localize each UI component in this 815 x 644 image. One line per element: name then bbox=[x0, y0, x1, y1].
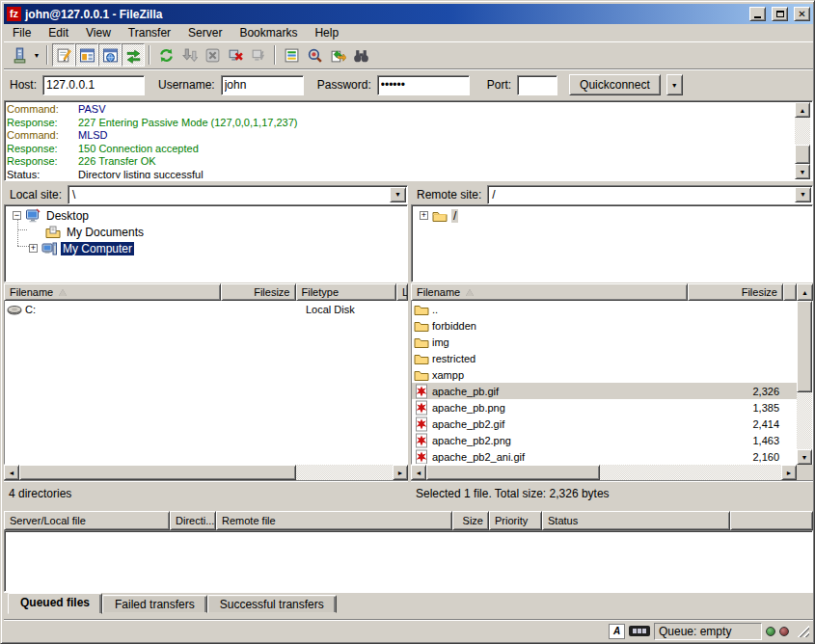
scroll-right-button[interactable]: ► bbox=[393, 465, 408, 480]
queue-column-size[interactable]: Size bbox=[452, 511, 489, 530]
local-site-dropdown[interactable]: ▼ bbox=[390, 187, 406, 202]
drive-icon bbox=[7, 302, 22, 317]
remote-file-row[interactable]: .. bbox=[412, 301, 812, 317]
scrollbar-thumb[interactable] bbox=[426, 465, 600, 480]
site-manager-icon bbox=[12, 47, 28, 64]
tab-queued-files[interactable]: Queued files bbox=[8, 593, 102, 614]
scroll-right-button[interactable]: ► bbox=[781, 465, 797, 480]
remote-column-filename[interactable]: Filename bbox=[411, 283, 688, 301]
collapse-icon[interactable]: − bbox=[13, 211, 21, 220]
scroll-left-button[interactable]: ◄ bbox=[411, 465, 426, 480]
scroll-down-button[interactable]: ▼ bbox=[797, 449, 812, 465]
tree-item-my-computer[interactable]: + My Computer bbox=[5, 240, 407, 256]
maximize-button[interactable] bbox=[772, 7, 788, 21]
remote-file-row[interactable]: xampp bbox=[412, 366, 812, 383]
scrollbar-thumb[interactable] bbox=[797, 301, 812, 392]
minimize-button[interactable] bbox=[749, 7, 766, 21]
remote-file-row[interactable]: apache_pb2.png1,463 bbox=[412, 432, 812, 448]
remote-horizontal-scrollbar[interactable]: ◄ ► bbox=[411, 465, 797, 480]
remote-file-row[interactable]: apache_pb2.gif2,414 bbox=[412, 416, 812, 432]
remote-file-row-selected[interactable]: apache_pb.gif2,326 bbox=[412, 383, 812, 399]
quickconnect-dropdown[interactable]: ▼ bbox=[666, 74, 683, 95]
title-bar: fz john@127.0.0.1 - FileZilla ✕ bbox=[4, 4, 813, 24]
remote-column-filesize[interactable]: Filesize bbox=[688, 283, 783, 301]
menu-transfer[interactable]: Transfer bbox=[120, 25, 179, 40]
image-file-icon bbox=[414, 400, 429, 416]
host-input[interactable] bbox=[42, 75, 145, 95]
scrollbar-thumb[interactable] bbox=[19, 465, 296, 480]
remote-file-row[interactable]: apache_pb2_ani.gif2,160 bbox=[412, 448, 812, 465]
queue-column-server-local-file[interactable]: Server/Local file bbox=[4, 511, 170, 530]
resize-grip-icon[interactable] bbox=[797, 625, 809, 637]
expand-icon[interactable]: + bbox=[420, 211, 428, 220]
process-queue-button[interactable] bbox=[177, 43, 201, 67]
local-column-last-modified[interactable]: L bbox=[396, 283, 408, 301]
menu-edit[interactable]: Edit bbox=[40, 25, 77, 40]
folder-icon bbox=[414, 318, 429, 334]
tree-item-my-documents[interactable]: My Documents bbox=[5, 224, 407, 240]
remote-file-row[interactable]: apache_pb.png1,385 bbox=[412, 399, 812, 416]
cancel-operation-button[interactable] bbox=[201, 43, 224, 67]
quickconnect-button[interactable]: Quickconnect bbox=[569, 74, 661, 95]
site-manager-dropdown[interactable]: ▼ bbox=[31, 44, 42, 66]
reconnect-button[interactable] bbox=[247, 43, 270, 67]
password-input[interactable] bbox=[377, 75, 470, 95]
close-icon: ✕ bbox=[798, 10, 805, 19]
queue-column-direction[interactable]: Directi... bbox=[170, 511, 216, 530]
host-label: Host: bbox=[10, 78, 37, 92]
remote-file-row[interactable]: forbidden bbox=[412, 317, 812, 334]
menu-bookmarks[interactable]: Bookmarks bbox=[231, 25, 306, 40]
expand-icon[interactable]: + bbox=[29, 244, 38, 253]
menu-view[interactable]: View bbox=[77, 25, 120, 40]
scrollbar-thumb[interactable] bbox=[795, 145, 810, 164]
message-log-lines: Command:PASV Response:227 Entering Passi… bbox=[7, 103, 794, 178]
toggle-message-log-button[interactable] bbox=[52, 43, 75, 67]
remote-status-text: Selected 1 file. Total size: 2,326 bytes bbox=[411, 480, 813, 505]
refresh-button[interactable] bbox=[154, 43, 177, 67]
tree-item-root[interactable]: + / bbox=[412, 207, 812, 224]
toggle-local-tree-button[interactable] bbox=[75, 43, 98, 67]
log-scrollbar[interactable]: ▲ ▼ bbox=[795, 102, 811, 179]
site-manager-button[interactable] bbox=[8, 43, 31, 67]
queue-body[interactable] bbox=[4, 530, 813, 592]
local-horizontal-scrollbar[interactable]: ◄ ► bbox=[4, 465, 408, 480]
queue-column-remote-file[interactable]: Remote file bbox=[216, 511, 452, 530]
scroll-left-button[interactable]: ◄ bbox=[4, 465, 19, 480]
disconnect-button[interactable] bbox=[224, 43, 247, 67]
log-line: Response:226 Transfer OK bbox=[7, 155, 794, 169]
menu-file[interactable]: File bbox=[4, 25, 40, 40]
close-button[interactable]: ✕ bbox=[794, 7, 810, 21]
username-input[interactable] bbox=[221, 75, 304, 95]
cancel-icon bbox=[204, 47, 221, 64]
tree-item-desktop[interactable]: − Desktop bbox=[5, 207, 407, 224]
scroll-up-button[interactable]: ▲ bbox=[795, 102, 810, 118]
tab-failed-transfers[interactable]: Failed transfers bbox=[102, 595, 207, 613]
local-column-filesize[interactable]: Filesize bbox=[221, 283, 296, 301]
log-line: Command:PASV bbox=[7, 103, 794, 117]
scroll-down-button[interactable]: ▼ bbox=[795, 164, 810, 179]
remote-vertical-scrollbar[interactable]: ▼ bbox=[797, 301, 813, 465]
directory-comparison-button[interactable] bbox=[303, 43, 326, 67]
queue-column-priority[interactable]: Priority bbox=[489, 511, 542, 530]
queue-column-status[interactable]: Status bbox=[542, 511, 730, 530]
local-column-filename[interactable]: Filename bbox=[4, 283, 221, 301]
desktop-icon bbox=[25, 208, 41, 224]
toggle-transfer-queue-button[interactable] bbox=[122, 43, 145, 67]
tab-successful-transfers[interactable]: Successful transfers bbox=[207, 595, 337, 613]
menu-server[interactable]: Server bbox=[179, 25, 231, 40]
remote-file-row[interactable]: img bbox=[412, 334, 812, 350]
local-site-combo[interactable]: \ ▼ bbox=[68, 185, 408, 204]
find-files-button[interactable] bbox=[349, 43, 372, 67]
synchronized-browsing-button[interactable] bbox=[326, 43, 349, 67]
remote-site-label: Remote site: bbox=[411, 188, 487, 201]
remote-file-row[interactable]: restricted bbox=[412, 350, 812, 366]
local-column-filetype[interactable]: Filetype bbox=[296, 283, 397, 301]
filter-button[interactable] bbox=[280, 43, 303, 67]
remote-site-dropdown[interactable]: ▼ bbox=[795, 187, 811, 202]
scroll-up-button[interactable]: ▲ bbox=[797, 283, 813, 301]
toggle-remote-tree-button[interactable] bbox=[98, 43, 122, 67]
port-input[interactable] bbox=[517, 75, 557, 95]
local-file-row[interactable]: C: Local Disk bbox=[5, 301, 407, 317]
remote-site-combo[interactable]: / ▼ bbox=[487, 185, 813, 204]
menu-help[interactable]: Help bbox=[306, 25, 347, 40]
